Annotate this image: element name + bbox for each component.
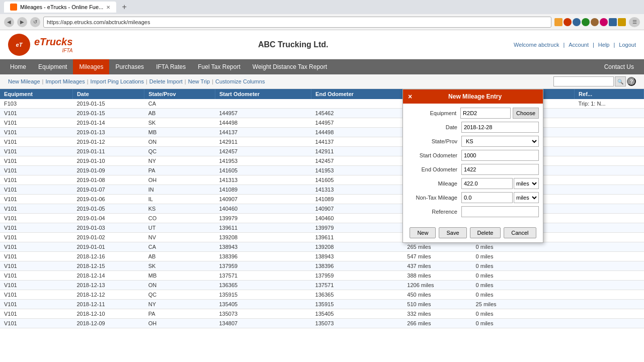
table-cell: V101	[0, 195, 72, 204]
subnav-customize-columns[interactable]: Customize Columns	[215, 78, 265, 84]
reference-input[interactable]	[461, 206, 539, 217]
table-cell: 135915	[215, 290, 311, 300]
table-cell	[575, 128, 644, 137]
state-select[interactable]: KS CA AB SK MB ON QC NY PA OH IN IL CO U…	[461, 136, 539, 147]
end-odo-input[interactable]	[461, 164, 539, 175]
table-cell: 2018-12-12	[72, 290, 144, 300]
new-tab-button[interactable]: +	[119, 2, 129, 12]
nav-contact-us[interactable]: Contact Us	[598, 59, 640, 74]
modal-header: × New Mileage Entry	[403, 89, 543, 104]
table-row[interactable]: V1012018-12-09OH134807135073266 miles0 m…	[0, 319, 644, 328]
subnav-import-ping[interactable]: Import Ping Locations	[91, 78, 144, 84]
help-button[interactable]: ?	[627, 77, 636, 86]
back-button[interactable]: ◀	[4, 17, 14, 27]
modal-save-button[interactable]: Save	[439, 227, 466, 238]
modal-new-button[interactable]: New	[410, 227, 436, 238]
nav-equipment[interactable]: Equipment	[32, 59, 73, 74]
nav-ifta-rates[interactable]: IFTA Rates	[150, 59, 192, 74]
table-cell: 142457	[311, 156, 404, 166]
table-row[interactable]: V1012019-01-11QC142457142911454 miles0 m…	[0, 147, 644, 156]
subnav-new-trip[interactable]: New Trip	[188, 78, 210, 84]
table-row[interactable]: V1012019-01-04CO139979140460481 miles0 m…	[0, 214, 644, 223]
logout-link[interactable]: Logout	[619, 42, 636, 48]
mileage-input[interactable]	[461, 178, 513, 189]
nav-fuel-tax-report[interactable]: Fuel Tax Report	[192, 59, 247, 74]
table-row[interactable]: V1012019-01-15AB144957145462505 miles0 m…	[0, 109, 644, 118]
ext-icon-7	[618, 18, 626, 26]
table-row[interactable]: V1012019-01-06IL140907141089182 miles0 m…	[0, 195, 644, 204]
subnav-import-mileages[interactable]: Import Mileages	[45, 78, 85, 84]
table-cell: 141605	[311, 175, 404, 185]
non-tax-row: Non-Tax Mileage miles km	[407, 192, 539, 203]
nav-weight-distance[interactable]: Weight Distance Tax Report	[247, 59, 333, 74]
table-row[interactable]: V1012018-12-12QC135915136365450 miles0 m…	[0, 290, 644, 300]
menu-button[interactable]: ☰	[629, 17, 640, 27]
browser-tab[interactable]: Mileages - eTrucks - Online Fue... ✕	[4, 2, 116, 13]
subnav-links: New Mileage | Import Mileages | Import P…	[8, 78, 265, 84]
subnav-new-mileage[interactable]: New Mileage	[8, 78, 40, 84]
table-cell: V101	[0, 261, 72, 271]
table-row[interactable]: V1012019-01-03UT139611139979368 miles0 m…	[0, 223, 644, 233]
table-cell: 0 miles	[472, 319, 575, 328]
table-row[interactable]: V1012018-12-10PA135073135405332 miles0 m…	[0, 309, 644, 319]
table-cell: F103	[0, 99, 72, 109]
table-cell: 2019-01-15	[72, 99, 144, 109]
table-cell: SK	[144, 118, 215, 128]
reference-row: Reference	[407, 206, 539, 217]
table-cell: 141953	[215, 156, 311, 166]
table-row[interactable]: V1012019-01-02NV139208139611403 miles0 m…	[0, 233, 644, 242]
table-cell: 2019-01-07	[72, 185, 144, 195]
date-input[interactable]	[461, 122, 539, 133]
table-cell: V101	[0, 156, 72, 166]
table-cell: 137959	[215, 261, 311, 271]
forward-button[interactable]: ▶	[17, 17, 27, 27]
table-row[interactable]: F1032019-01-15CA389 miles0.0 milesTrip: …	[0, 99, 644, 109]
nav-mileages[interactable]: Mileages	[73, 59, 109, 74]
table-row[interactable]: V1012019-01-14SK144498144957459 miles0 m…	[0, 118, 644, 128]
reload-button[interactable]: ↺	[30, 17, 40, 27]
table-row[interactable]: V1012019-01-12ON1429111441371226 miles0 …	[0, 137, 644, 147]
table-cell: 2018-12-15	[72, 261, 144, 271]
table-cell: 135073	[311, 319, 404, 328]
tab-close-button[interactable]: ✕	[106, 5, 110, 10]
table-cell: V101	[0, 128, 72, 137]
start-odo-input[interactable]	[461, 150, 539, 161]
search-input[interactable]	[553, 76, 614, 86]
table-row[interactable]: V1012018-12-11NY135405135915510 miles25 …	[0, 300, 644, 309]
equipment-input[interactable]	[460, 108, 511, 119]
table-row[interactable]: V1012019-01-07IN141089141313224 miles0 m…	[0, 185, 644, 195]
account-link[interactable]: Account	[569, 42, 589, 48]
nav-home[interactable]: Home	[4, 59, 32, 74]
subnav-delete-import[interactable]: Delete Import	[149, 78, 183, 84]
table-cell: 134807	[215, 319, 311, 328]
table-row[interactable]: V1012018-12-14MB137571137959388 miles0 m…	[0, 271, 644, 281]
table-row[interactable]: V1012018-12-13ON1363651375711206 miles0 …	[0, 281, 644, 290]
choose-button[interactable]: Choose	[513, 108, 539, 119]
table-cell: 144957	[215, 109, 311, 118]
equipment-control: Choose	[460, 108, 539, 119]
non-tax-unit-select[interactable]: miles km	[514, 192, 539, 203]
table-row[interactable]: V1012019-01-01CA138943139208265 miles0 m…	[0, 242, 644, 252]
table-cell: 0 miles	[472, 271, 575, 281]
table-cell	[575, 281, 644, 290]
table-row[interactable]: V1012019-01-08OH141313141605292 miles0 m…	[0, 175, 644, 185]
mileage-unit-select[interactable]: miles km	[514, 178, 539, 189]
table-row[interactable]: V1012019-01-05KS140460140907447 miles0 m…	[0, 204, 644, 214]
table-row[interactable]: V1012019-01-13MB144137144498361 miles0 m…	[0, 128, 644, 137]
ext-icon-6	[609, 18, 617, 26]
table-row[interactable]: V1012018-12-16AB138396138943547 miles0 m…	[0, 252, 644, 261]
table-row[interactable]: V1012019-01-09PA141605141953348 miles0 m…	[0, 166, 644, 175]
modal-delete-button[interactable]: Delete	[470, 227, 501, 238]
search-button[interactable]: 🔍	[615, 76, 626, 86]
table-cell: 2019-01-02	[72, 233, 144, 242]
table-cell: 144498	[311, 128, 404, 137]
non-tax-input[interactable]	[461, 192, 513, 203]
table-row[interactable]: V1012018-12-15SK137959138396437 miles0 m…	[0, 261, 644, 271]
address-bar[interactable]: https://app.etrucks.com/abctruck/mileage…	[43, 17, 551, 28]
table-row[interactable]: V1012019-01-10NY141953142457504 miles25 …	[0, 156, 644, 166]
nav-purchases[interactable]: Purchases	[109, 59, 150, 74]
modal-cancel-button[interactable]: Cancel	[504, 227, 536, 238]
table-cell	[575, 118, 644, 128]
modal-close-icon[interactable]: ×	[408, 93, 412, 101]
help-link[interactable]: Help	[598, 42, 610, 48]
